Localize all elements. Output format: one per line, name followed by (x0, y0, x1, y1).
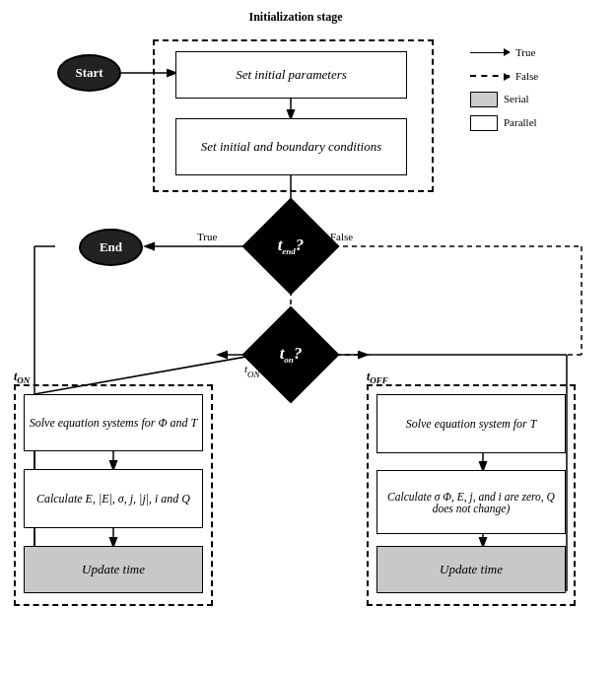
diagram: True False tON Initialization stage Star… (0, 0, 616, 675)
box-ton-update: Update time (24, 546, 203, 593)
box-toff-update: Update time (376, 546, 566, 593)
box-set-initial-params: Set initial parameters (175, 51, 407, 99)
legend-true-label: True (515, 44, 535, 62)
legend-parallel-label: Parallel (504, 114, 537, 132)
legend-false-line (470, 75, 510, 77)
box-set-boundary-conditions: Set initial and boundary conditions (175, 118, 407, 175)
box-ton-solve: Solve equation systems for Φ and T (24, 394, 203, 451)
svg-text:True: True (197, 231, 217, 242)
legend: True False Serial Parallel (470, 44, 598, 137)
legend-parallel: Parallel (470, 114, 598, 132)
legend-serial: Serial (470, 91, 598, 108)
box-toff-calculate: Calculate σ Φ, E, j, and i are zero, Q d… (376, 470, 566, 534)
init-stage-label: Initialization stage (217, 10, 375, 25)
legend-serial-box (470, 92, 498, 107)
legend-true: True (470, 44, 598, 62)
ton-label: tON (14, 370, 30, 385)
legend-serial-label: Serial (504, 91, 529, 108)
legend-true-line (470, 52, 510, 53)
end-oval: End (79, 229, 143, 266)
start-oval: Start (57, 54, 121, 92)
box-ton-calculate: Calculate E, |E|, σ, j, |j|, i and Q (24, 469, 203, 528)
diamond-ton: ton? (256, 320, 325, 389)
diamond-tend: tend? (256, 212, 325, 281)
legend-false-label: False (515, 68, 538, 86)
legend-parallel-box (470, 115, 498, 131)
box-toff-solve: Solve equation system for T (376, 394, 566, 453)
legend-false: False (470, 68, 598, 86)
toff-label: tOFF (367, 370, 388, 385)
